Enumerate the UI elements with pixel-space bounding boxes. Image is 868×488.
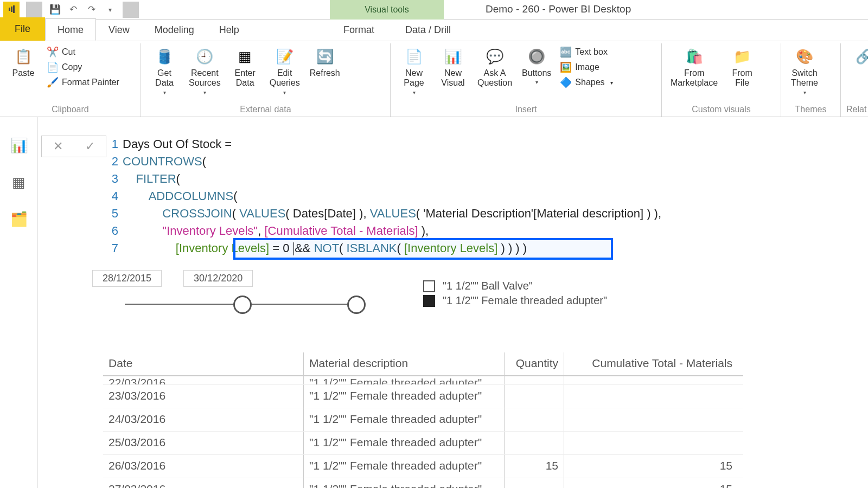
view-switcher: 📊 ▦ 🗂️ (0, 117, 38, 488)
chart-icon: 📊 (442, 46, 464, 67)
contextual-tab-header: Visual tools (330, 0, 444, 20)
cell-material: "1 1/2"" Female threaded adupter" (304, 432, 505, 454)
cell-material: "1 1/2"" Female threaded adupter" (304, 478, 505, 488)
store-icon: 🛍️ (684, 46, 705, 67)
format-painter-button[interactable]: 🖌️Format Painter (44, 76, 122, 89)
window-title: Demo - 260 - Power BI Desktop (486, 3, 631, 15)
col-material[interactable]: Material description (304, 352, 505, 375)
database-icon: 🛢️ (154, 46, 175, 67)
copy-button[interactable]: 📄Copy (44, 61, 122, 74)
slicer-to[interactable]: 30/12/2020 (183, 270, 253, 287)
quick-access-toolbar: 💾 ↶ ↷ ▾ (0, 2, 141, 18)
table-row[interactable]: 22/03/2016"1 1/2"" Female threaded adupt… (103, 376, 743, 385)
get-data-button[interactable]: 🛢️Get Data▾ (146, 44, 182, 95)
legend-swatch[interactable] (423, 280, 435, 292)
col-cumulative[interactable]: Cumulative Total - Materials (564, 352, 738, 375)
image-button[interactable]: 🖼️Image (558, 61, 615, 74)
save-icon[interactable]: 💾 (47, 2, 63, 18)
table-row[interactable]: 26/03/2016"1 1/2"" Female threaded adupt… (103, 455, 743, 478)
formula-bar[interactable]: 1Days Out Of Stock = 2COUNTROWS( 3 FILTE… (108, 136, 863, 257)
table-row[interactable]: 27/03/2016"1 1/2"" Female threaded adupt… (103, 478, 743, 488)
refresh-button[interactable]: 🔄Refresh (307, 44, 343, 78)
table-row[interactable]: 23/03/2016"1 1/2"" Female threaded adupt… (103, 385, 743, 408)
new-visual-button[interactable]: 📊New Visual (435, 44, 471, 88)
ask-question-button[interactable]: 💬Ask A Question (474, 44, 515, 88)
cell-material: "1 1/2"" Female threaded adupter" (304, 385, 505, 408)
cell-quantity (505, 385, 564, 408)
data-table: Date Material description Quantity Cumul… (103, 352, 743, 488)
group-external-data: 🛢️Get Data▾ 🕘Recent Sources▾ ▦Enter Data… (141, 43, 391, 117)
buttons-button[interactable]: 🔘Buttons▾ (519, 44, 554, 85)
group-label: Clipboard (5, 102, 135, 117)
table-header: Date Material description Quantity Cumul… (103, 352, 743, 376)
slider-handle-right[interactable] (347, 296, 366, 314)
cell-date: 27/03/2016 (103, 478, 304, 488)
group-custom-visuals: 🛍️From Marketplace 📁From File Custom vis… (662, 43, 781, 117)
tab-home[interactable]: Home (45, 18, 96, 41)
legend-label: "1 1/2"" Ball Valve" (443, 280, 533, 292)
col-quantity[interactable]: Quantity (505, 352, 564, 375)
slicer-from[interactable]: 28/12/2015 (92, 270, 162, 287)
image-icon: 🖼️ (560, 61, 572, 73)
switch-theme-button[interactable]: 🎨Switch Theme▾ (787, 44, 822, 95)
cell-cumulative: 15 (564, 455, 738, 478)
cell-material: "1 1/2"" Female threaded adupter" (304, 408, 505, 431)
button-icon: 🔘 (526, 46, 547, 67)
date-slider[interactable] (108, 294, 369, 295)
legend-swatch[interactable] (423, 295, 435, 307)
paste-button[interactable]: 📋 Paste (5, 44, 41, 78)
data-view-icon[interactable]: ▦ (7, 170, 31, 194)
cell-cumulative (564, 432, 738, 454)
table-row[interactable]: 24/03/2016"1 1/2"" Female threaded adupt… (103, 408, 743, 432)
cell-quantity: 15 (505, 455, 564, 478)
qat-menu-icon[interactable]: ▾ (102, 2, 118, 18)
table-row[interactable]: 25/03/2016"1 1/2"" Female threaded adupt… (103, 432, 743, 455)
edit-queries-button[interactable]: 📝Edit Queries▾ (266, 44, 303, 95)
new-page-button[interactable]: 📄New Page▾ (396, 44, 432, 95)
cell-quantity (505, 376, 564, 384)
annotation-highlight (233, 238, 613, 260)
cut-button[interactable]: ✂️Cut (44, 46, 122, 59)
model-view-icon[interactable]: 🗂️ (7, 207, 31, 231)
tab-file[interactable]: File (0, 17, 45, 41)
shapes-button[interactable]: 🔷Shapes▾ (558, 76, 615, 89)
slider-handle-left[interactable] (233, 296, 252, 314)
tab-help[interactable]: Help (207, 18, 252, 41)
group-relationships: 🔗 Relat (841, 43, 867, 117)
cell-cumulative (564, 376, 738, 384)
cell-date: 22/03/2016 (103, 376, 304, 384)
cell-date: 24/03/2016 (103, 408, 304, 431)
commit-icon[interactable]: ✓ (85, 139, 95, 153)
title-bar: 💾 ↶ ↷ ▾ Visual tools Demo - 260 - Power … (0, 0, 868, 20)
redo-icon[interactable]: ↷ (84, 2, 100, 18)
shapes-icon: 🔷 (560, 76, 572, 88)
undo-icon[interactable]: ↶ (65, 2, 81, 18)
group-insert: 📄New Page▾ 📊New Visual 💬Ask A Question 🔘… (391, 43, 662, 117)
copy-icon: 📄 (47, 61, 59, 73)
group-label: Relat (846, 102, 861, 117)
tab-data-drill[interactable]: Data / Drill (393, 18, 463, 41)
report-view-icon[interactable]: 📊 (7, 133, 31, 157)
app-icon (3, 2, 20, 18)
legend-label: "1 1/2"" Female threaded adupter" (443, 294, 607, 307)
tab-view[interactable]: View (96, 18, 142, 41)
tab-modeling[interactable]: Modeling (142, 18, 207, 41)
group-label: Themes (787, 102, 835, 117)
group-themes: 🎨Switch Theme▾ Themes (781, 43, 841, 117)
col-date[interactable]: Date (103, 352, 304, 375)
from-marketplace-button[interactable]: 🛍️From Marketplace (667, 44, 721, 88)
ribbon: 📋 Paste ✂️Cut 📄Copy 🖌️Format Painter Cli… (0, 41, 868, 117)
cancel-icon[interactable]: ✕ (53, 139, 63, 153)
cell-cumulative (564, 385, 738, 408)
ribbon-tabs: File Home View Modeling Help Format Data… (0, 20, 868, 41)
table-icon: ▦ (234, 46, 256, 67)
recent-sources-button[interactable]: 🕘Recent Sources▾ (186, 44, 224, 95)
date-slicer: 28/12/2015 30/12/2020 (92, 270, 253, 287)
textbox-button[interactable]: 🔤Text box (558, 46, 615, 59)
enter-data-button[interactable]: ▦Enter Data (227, 44, 263, 88)
page-icon: 📄 (403, 46, 425, 67)
relationships-icon[interactable]: 🔗 (853, 46, 868, 67)
tab-format[interactable]: Format (331, 18, 387, 41)
from-file-button[interactable]: 📁From File (724, 44, 760, 88)
cell-quantity (505, 432, 564, 454)
